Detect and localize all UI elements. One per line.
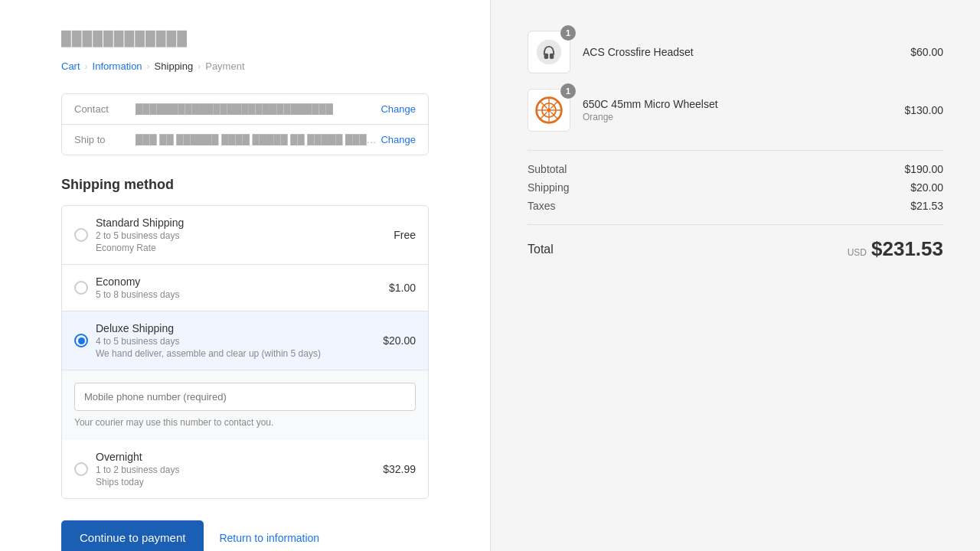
shipping-detail1-overnight: 1 to 2 business days xyxy=(96,465,375,475)
item-badge-headset: 1 xyxy=(560,25,576,41)
shipping-price-standard: Free xyxy=(394,229,416,241)
shipping-info-economy: Economy 5 to 8 business days xyxy=(96,276,381,300)
shipping-name-standard: Standard Shipping xyxy=(96,217,386,229)
svg-point-5 xyxy=(547,108,550,112)
shipping-detail1-economy: 5 to 8 business days xyxy=(96,289,381,300)
shipping-row: Shipping $20.00 xyxy=(528,181,943,194)
shipping-value: $20.00 xyxy=(910,181,943,194)
shipping-options: Standard Shipping 2 to 5 business days E… xyxy=(61,205,429,499)
order-item-headset: 1 ACS Crossfire Headset $60.00 xyxy=(528,31,943,73)
divider-1 xyxy=(528,150,943,151)
breadcrumb: Cart › Information › Shipping › Payment xyxy=(61,60,429,72)
phone-hint: Your courier may use this number to cont… xyxy=(74,417,416,428)
radio-standard[interactable] xyxy=(74,228,88,242)
shipping-info-standard: Standard Shipping 2 to 5 business days E… xyxy=(96,217,386,253)
shipping-info-overnight: Overnight 1 to 2 business days Ships tod… xyxy=(96,451,375,487)
total-row: Total USD $231.53 xyxy=(528,237,943,261)
item-badge-wheelset: 1 xyxy=(560,83,576,99)
radio-deluxe[interactable] xyxy=(74,334,88,347)
breadcrumb-sep-2: › xyxy=(147,61,150,72)
item-info-wheelset: 650C 45mm Micro Wheelset Orange xyxy=(583,98,892,122)
taxes-label: Taxes xyxy=(528,200,556,212)
taxes-row: Taxes $21.53 xyxy=(528,200,943,212)
ship-to-label: Ship to xyxy=(74,134,136,145)
ship-to-value: ███ ██ ██████ ████ █████ ██ █████ ██████… xyxy=(136,134,381,145)
shipping-method-title: Shipping method xyxy=(61,177,429,193)
contact-change[interactable]: Change xyxy=(381,103,416,115)
total-amount: $231.53 xyxy=(871,237,943,261)
store-name: ████████████ xyxy=(61,31,429,47)
shipping-name-economy: Economy xyxy=(96,276,381,288)
shipping-price-economy: $1.00 xyxy=(389,282,416,294)
shipping-info-deluxe: Deluxe Shipping 4 to 5 business days We … xyxy=(96,322,375,359)
item-image-wrap-wheelset: 1 xyxy=(528,89,570,132)
subtotal-row: Subtotal $190.00 xyxy=(528,163,943,175)
breadcrumb-shipping: Shipping xyxy=(155,60,194,72)
subtotal-label: Subtotal xyxy=(528,163,567,175)
shipping-method-section: Shipping method Standard Shipping 2 to 5… xyxy=(61,177,429,499)
order-item-wheelset: 1 650C 45mm Micro Wheelset Orange $130.0… xyxy=(528,89,943,132)
ship-to-change[interactable]: Change xyxy=(381,134,416,145)
left-panel: ████████████ Cart › Information › Shippi… xyxy=(0,0,490,551)
shipping-option-economy[interactable]: Economy 5 to 8 business days $1.00 xyxy=(62,264,428,311)
actions: Continue to payment Return to informatio… xyxy=(61,520,429,551)
breadcrumb-payment: Payment xyxy=(205,60,244,72)
shipping-detail2-standard: Economy Rate xyxy=(96,243,386,253)
radio-economy[interactable] xyxy=(74,281,88,295)
contact-value: ████████████████████████████ xyxy=(136,103,381,115)
contact-row: Contact ████████████████████████████ Cha… xyxy=(62,94,428,124)
subtotal-value: $190.00 xyxy=(904,163,943,175)
right-panel: 1 ACS Crossfire Headset $60.00 xyxy=(490,0,980,551)
shipping-detail1-deluxe: 4 to 5 business days xyxy=(96,336,375,347)
shipping-option-overnight[interactable]: Overnight 1 to 2 business days Ships tod… xyxy=(62,440,428,498)
continue-to-payment-button[interactable]: Continue to payment xyxy=(61,520,204,551)
radio-overnight[interactable] xyxy=(74,462,88,476)
info-section: Contact ████████████████████████████ Cha… xyxy=(61,93,429,155)
breadcrumb-sep-3: › xyxy=(198,61,201,72)
shipping-price-overnight: $32.99 xyxy=(383,463,416,475)
item-price-headset: $60.00 xyxy=(910,46,943,58)
shipping-option-standard[interactable]: Standard Shipping 2 to 5 business days E… xyxy=(62,206,428,264)
breadcrumb-information[interactable]: Information xyxy=(93,60,142,72)
item-info-headset: ACS Crossfire Headset xyxy=(583,46,898,58)
svg-point-0 xyxy=(537,40,561,64)
phone-input[interactable] xyxy=(74,383,416,411)
shipping-name-overnight: Overnight xyxy=(96,451,375,463)
total-currency: USD xyxy=(848,247,867,258)
divider-2 xyxy=(528,224,943,225)
phone-input-area: Your courier may use this number to cont… xyxy=(62,370,428,440)
ship-to-row: Ship to ███ ██ ██████ ████ █████ ██ ████… xyxy=(62,124,428,155)
item-name-headset: ACS Crossfire Headset xyxy=(583,46,898,58)
shipping-detail2-deluxe: We hand deliver, assemble and clear up (… xyxy=(96,348,375,359)
item-price-wheelset: $130.00 xyxy=(904,104,943,116)
shipping-name-deluxe: Deluxe Shipping xyxy=(96,322,375,334)
total-label: Total xyxy=(528,243,554,256)
item-variant-wheelset: Orange xyxy=(583,112,892,122)
shipping-detail1-standard: 2 to 5 business days xyxy=(96,230,386,241)
shipping-detail2-overnight: Ships today xyxy=(96,477,375,487)
item-image-wrap-headset: 1 xyxy=(528,31,570,73)
breadcrumb-cart[interactable]: Cart xyxy=(61,60,80,72)
order-items: 1 ACS Crossfire Headset $60.00 xyxy=(528,31,943,132)
total-value-wrap: USD $231.53 xyxy=(848,237,943,261)
shipping-price-deluxe: $20.00 xyxy=(383,334,416,347)
contact-label: Contact xyxy=(74,103,136,115)
taxes-value: $21.53 xyxy=(910,200,943,212)
return-to-information-link[interactable]: Return to information xyxy=(219,532,319,544)
breadcrumb-sep-1: › xyxy=(85,61,88,72)
shipping-label: Shipping xyxy=(528,181,570,194)
totals: Subtotal $190.00 Shipping $20.00 Taxes $… xyxy=(528,163,943,212)
item-name-wheelset: 650C 45mm Micro Wheelset xyxy=(583,98,892,110)
shipping-option-deluxe[interactable]: Deluxe Shipping 4 to 5 business days We … xyxy=(62,311,428,370)
